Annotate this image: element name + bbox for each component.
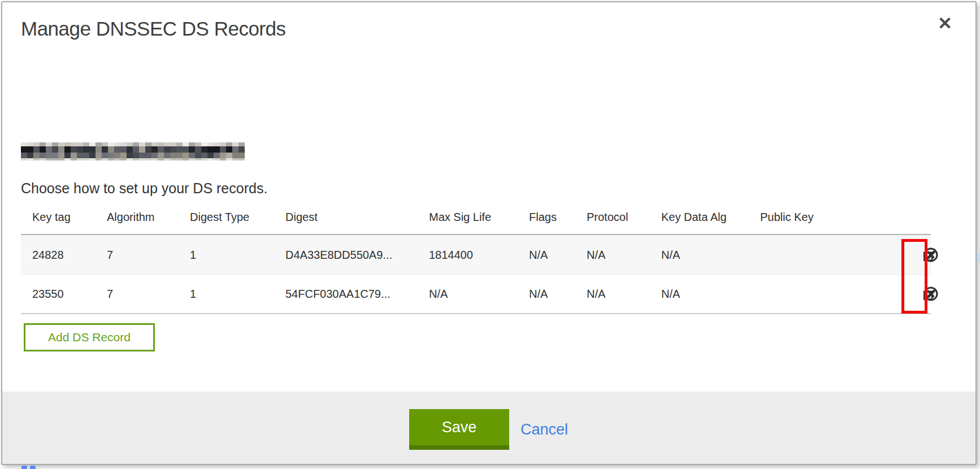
- column-header-digest: Digest: [285, 211, 318, 224]
- cell-key-data-alg: N/A: [661, 248, 680, 261]
- cell-digest: D4A33E8DD550A9...: [285, 248, 392, 261]
- table-row: 23550 7 1 54FCF030AA1C79... N/A N/A N/A …: [21, 275, 931, 314]
- cell-algorithm: 7: [107, 288, 113, 301]
- cell-key-tag: 24828: [32, 248, 64, 261]
- column-header-digest-type: Digest Type: [190, 211, 249, 224]
- cell-max-sig-life: 1814400: [429, 248, 473, 261]
- redacted-domain-name: [21, 142, 245, 160]
- add-ds-record-button[interactable]: Add DS Record: [24, 323, 155, 351]
- column-header-protocol: Protocol: [587, 211, 628, 224]
- cell-protocol: N/A: [587, 288, 605, 301]
- cancel-link[interactable]: Cancel: [521, 421, 568, 438]
- cell-flags: N/A: [529, 288, 548, 301]
- close-icon[interactable]: ✕: [934, 12, 956, 35]
- cell-flags: N/A: [529, 248, 548, 261]
- cell-key-data-alg: N/A: [661, 288, 680, 301]
- table-row: 24828 7 1 D4A33E8DD550A9... 1814400 N/A …: [21, 235, 931, 275]
- column-header-flags: Flags: [529, 211, 557, 224]
- modal-footer: Save Cancel: [2, 392, 975, 464]
- column-header-algorithm: Algorithm: [107, 211, 154, 224]
- background-page-artifact: [21, 466, 36, 469]
- cell-algorithm: 7: [107, 248, 113, 261]
- cell-protocol: N/A: [587, 248, 605, 261]
- save-button[interactable]: Save: [409, 409, 509, 450]
- table-header-row: Key tag Algorithm Digest Type Digest Max…: [21, 210, 931, 235]
- cell-digest-type: 1: [190, 288, 196, 301]
- column-header-key-tag: Key tag: [32, 211, 71, 224]
- column-header-key-data-alg: Key Data Alg: [661, 211, 727, 224]
- cell-digest: 54FCF030AA1C79...: [285, 288, 391, 301]
- cell-digest-type: 1: [190, 248, 196, 261]
- delete-icon[interactable]: [923, 286, 939, 302]
- dnssec-ds-records-modal: ✕ Manage DNSSEC DS Records Choose how to…: [1, 1, 977, 465]
- column-header-max-sig-life: Max Sig Life: [429, 211, 491, 224]
- cell-key-tag: 23550: [32, 288, 64, 301]
- instruction-text: Choose how to set up your DS records.: [21, 180, 267, 197]
- modal-title: Manage DNSSEC DS Records: [21, 18, 285, 40]
- background-page-artifact: [977, 253, 979, 262]
- ds-records-table: Key tag Algorithm Digest Type Digest Max…: [21, 210, 931, 314]
- column-header-public-key: Public Key: [760, 211, 814, 224]
- delete-icon[interactable]: [923, 247, 939, 263]
- cell-max-sig-life: N/A: [429, 288, 448, 301]
- page-background: ✕ Manage DNSSEC DS Records Choose how to…: [0, 0, 980, 469]
